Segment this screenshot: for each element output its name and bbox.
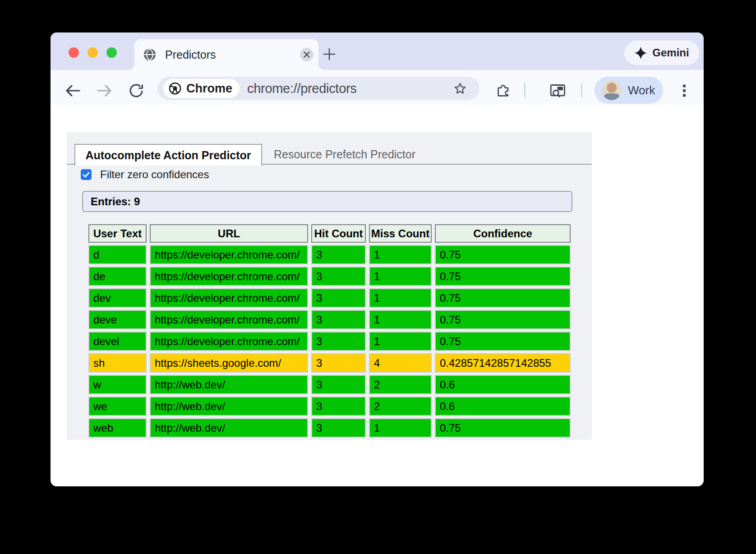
menu-button[interactable] — [682, 84, 687, 97]
toolbar: Chrome chrome://predictors Work — [51, 70, 704, 105]
cell-miss-count: 1 — [369, 267, 432, 286]
plus-icon — [322, 46, 337, 62]
gemini-spark-icon — [634, 46, 647, 60]
profile-avatar — [602, 80, 622, 100]
back-button[interactable] — [65, 84, 81, 97]
column-header: Hit Count — [311, 224, 366, 243]
browser-tab[interactable]: Predictors — [134, 39, 318, 70]
cell-hit-count: 3 — [311, 375, 366, 394]
checkmark-icon — [83, 172, 90, 178]
cell-miss-count: 1 — [369, 418, 432, 438]
tab-strip: Predictors Gemini — [51, 32, 704, 70]
toolbar-separator — [581, 83, 582, 97]
filter-zero-confidences-checkbox[interactable] — [81, 169, 92, 180]
cell-confidence: 0.75 — [435, 288, 571, 308]
column-header: Miss Count — [369, 224, 432, 243]
cell-confidence: 0.75 — [435, 418, 571, 438]
cell-confidence: 0.75 — [435, 332, 571, 351]
profile-button[interactable]: Work — [595, 77, 663, 104]
toolbar-separator — [524, 83, 526, 97]
page-viewport: Autocomplete Action Predictor Resource P… — [51, 105, 704, 486]
cell-user-text: sh — [88, 353, 147, 373]
site-chip-label: Chrome — [186, 82, 232, 96]
chrome-logo-icon — [168, 82, 182, 95]
column-header: Confidence — [435, 224, 571, 243]
site-chip[interactable]: Chrome — [163, 79, 240, 98]
gemini-label: Gemini — [652, 46, 689, 59]
tab-autocomplete-action-predictor[interactable]: Autocomplete Action Predictor — [74, 144, 262, 166]
cell-user-text: devel — [88, 332, 147, 351]
cell-hit-count: 3 — [311, 245, 366, 264]
browser-window: Predictors Gemini — [51, 32, 704, 486]
cell-user-text: w — [88, 375, 147, 394]
tab-curve-right — [318, 64, 325, 70]
filter-zero-confidences-label: Filter zero confidences — [100, 168, 209, 181]
cell-confidence: 0.42857142857142855 — [435, 353, 571, 373]
cell-url: https://developer.chrome.com/ — [150, 332, 308, 351]
cell-confidence: 0.6 — [435, 375, 571, 394]
zoom-window-button[interactable] — [106, 47, 117, 58]
bookmark-star-icon[interactable] — [453, 82, 467, 95]
three-dots-icon — [682, 84, 687, 97]
cell-miss-count: 1 — [369, 288, 432, 308]
cell-url: http://web.dev/ — [150, 418, 308, 438]
cell-url: https://developer.chrome.com/ — [150, 288, 308, 308]
url-text: chrome://predictors — [247, 81, 357, 96]
predictors-content: Autocomplete Action Predictor Resource P… — [67, 132, 592, 440]
cell-url: https://developer.chrome.com/ — [150, 310, 308, 329]
cell-miss-count: 4 — [369, 353, 432, 373]
predictors-table: User TextURLHit CountMiss CountConfidenc… — [88, 224, 571, 438]
tab-resource-prefetch-predictor[interactable]: Resource Prefetch Predictor — [274, 144, 415, 164]
cell-miss-count: 2 — [369, 375, 432, 394]
cell-hit-count: 3 — [311, 310, 366, 329]
cell-hit-count: 3 — [311, 267, 366, 286]
tab-curve-left — [128, 64, 134, 70]
cell-confidence: 0.6 — [435, 397, 571, 416]
cell-confidence: 0.75 — [435, 245, 571, 264]
cell-user-text: web — [88, 418, 147, 438]
cell-miss-count: 1 — [369, 245, 432, 264]
close-icon — [303, 51, 310, 58]
extensions-icon[interactable] — [495, 82, 511, 97]
cell-user-text: we — [88, 397, 147, 416]
cell-user-text: dev — [88, 288, 147, 308]
tab-close-button[interactable] — [300, 48, 313, 61]
cell-hit-count: 3 — [311, 353, 366, 373]
cell-miss-count: 1 — [369, 310, 432, 329]
profile-label: Work — [628, 83, 655, 97]
cell-miss-count: 1 — [369, 332, 432, 351]
reload-button[interactable] — [129, 83, 144, 98]
cell-hit-count: 3 — [311, 397, 366, 416]
traffic-lights — [69, 47, 117, 58]
address-bar[interactable]: Chrome chrome://predictors — [157, 77, 479, 100]
entries-count: Entries: 9 — [82, 191, 572, 212]
cell-hit-count: 3 — [311, 332, 366, 351]
minimize-window-button[interactable] — [88, 47, 98, 58]
cell-url: http://web.dev/ — [150, 397, 308, 416]
tab-title: Predictors — [165, 48, 216, 61]
cell-confidence: 0.75 — [435, 267, 571, 286]
new-tab-button[interactable] — [319, 44, 340, 65]
close-window-button[interactable] — [69, 47, 79, 58]
globe-icon — [143, 48, 157, 61]
column-header: URL — [150, 224, 308, 243]
cell-user-text: d — [88, 245, 147, 264]
screen-search-icon[interactable] — [549, 83, 567, 99]
column-header: User Text — [88, 224, 147, 243]
cell-url: http://web.dev/ — [150, 375, 308, 394]
cell-url: https://sheets.google.com/ — [150, 353, 308, 373]
forward-button[interactable] — [97, 84, 112, 97]
cell-user-text: de — [88, 267, 147, 286]
gemini-button[interactable]: Gemini — [624, 41, 699, 65]
cell-confidence: 0.75 — [435, 310, 571, 329]
cell-user-text: deve — [88, 310, 147, 329]
cell-url: https://developer.chrome.com/ — [150, 267, 308, 286]
cell-url: https://developer.chrome.com/ — [150, 245, 308, 264]
cell-hit-count: 3 — [311, 418, 366, 438]
cell-hit-count: 3 — [311, 288, 366, 308]
cell-miss-count: 2 — [369, 397, 432, 416]
